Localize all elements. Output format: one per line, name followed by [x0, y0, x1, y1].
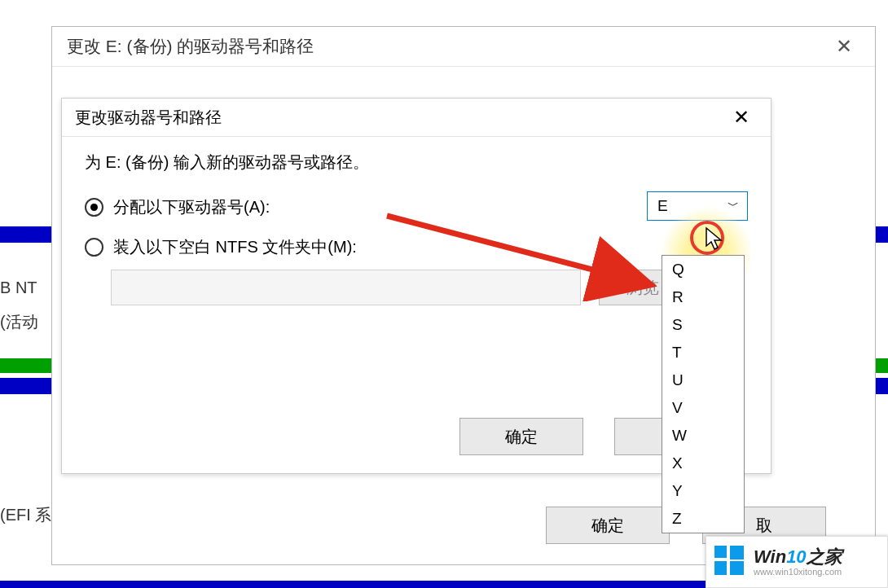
chevron-down-icon: ﹀ — [728, 199, 739, 213]
mount-path-input[interactable] — [111, 270, 581, 305]
option-mount-row: 装入以下空白 NTFS 文件夹中(M): — [85, 236, 748, 258]
bg-text-4: (EFI 系 — [0, 504, 51, 526]
dropdown-option[interactable]: X — [662, 450, 744, 477]
radio-mount[interactable] — [85, 238, 103, 257]
option-assign-row: 分配以下驱动器号(A): E ﹀ — [85, 196, 748, 218]
drive-letter-value: E — [657, 197, 668, 215]
prompt-text: 为 E: (备份) 输入新的驱动器号或路径。 — [85, 151, 748, 173]
inner-titlebar: 更改驱动器号和路径 ✕ — [62, 99, 771, 137]
bg-text-1: B NT — [0, 279, 37, 297]
inner-close-icon[interactable]: ✕ — [725, 101, 758, 134]
watermark: Win10之家 www.win10xitong.com — [706, 536, 888, 588]
watermark-text: Win10之家 www.win10xitong.com — [754, 548, 842, 577]
dropdown-option[interactable]: T — [662, 339, 744, 366]
dropdown-option[interactable]: V — [662, 394, 744, 422]
inner-ok-button[interactable]: 确定 — [459, 418, 583, 455]
outer-ok-button[interactable]: 确定 — [546, 507, 670, 544]
dropdown-option[interactable]: R — [662, 283, 744, 311]
inner-title: 更改驱动器号和路径 — [75, 107, 222, 129]
drive-letter-dropdown[interactable]: Q R S T U V W X Y Z — [662, 255, 745, 533]
dropdown-option[interactable]: W — [662, 422, 744, 450]
label-mount: 装入以下空白 NTFS 文件夹中(M): — [113, 236, 357, 258]
outer-title: 更改 E: (备份) 的驱动器号和路径 — [67, 35, 314, 58]
outer-titlebar: 更改 E: (备份) 的驱动器号和路径 ✕ — [52, 27, 875, 67]
path-row: 浏览 — [85, 270, 748, 305]
drive-letter-select[interactable]: E ﹀ — [647, 191, 748, 221]
watermark-logo — [714, 546, 747, 578]
radio-assign[interactable] — [85, 198, 103, 217]
dropdown-option[interactable]: Z — [662, 505, 744, 533]
dropdown-option[interactable]: S — [662, 311, 744, 339]
label-assign: 分配以下驱动器号(A): — [113, 196, 270, 218]
outer-close-icon[interactable]: ✕ — [828, 30, 860, 63]
bg-text-2: (活动 — [0, 311, 38, 333]
dropdown-option[interactable]: Q — [662, 256, 744, 283]
dropdown-option[interactable]: U — [662, 366, 744, 394]
dropdown-option[interactable]: Y — [662, 477, 744, 505]
